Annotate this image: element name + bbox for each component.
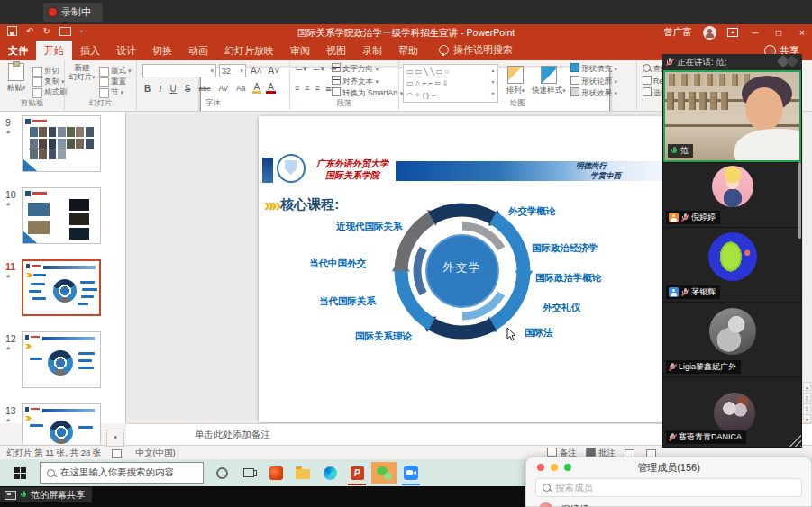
thumbnail-slide-11-selected[interactable]: 11 ★ [0,259,125,319]
screen-share-chip[interactable]: 范的屏幕共享 [0,487,92,502]
slide-number: 12 [5,333,16,344]
powerpoint-app-button[interactable]: P [344,462,370,484]
taskbar-search-input[interactable]: 在这里输入你要搜索的内容 [40,462,204,484]
tab-transitions[interactable]: 切换 [144,41,180,60]
grow-font-button[interactable]: A˄ [249,66,264,76]
account-avatar[interactable] [703,26,716,40]
font-name-combo[interactable]: ▾ [142,64,216,77]
numbering-button[interactable]: ≕▾ [313,64,325,73]
align-right-button[interactable]: ≡ [315,84,320,93]
member-list-item[interactable]: 倪婷婷 [539,502,589,507]
participants-scrollbar[interactable] [798,162,801,239]
group-label-drawing: 绘图 [399,98,636,109]
tab-insert[interactable]: 插入 [72,41,108,60]
university-logo [277,154,306,183]
role-badge-icon [669,213,679,222]
participant-name-chip: 范 [668,144,693,158]
strikethrough-button[interactable]: S [183,84,193,94]
font-size-combo[interactable]: 32▾ [219,64,246,77]
scroll-up-icon[interactable]: ▴ [803,382,811,391]
participant-name-chip: Ligia黎鑫妮广外 [666,360,741,374]
shape-fill-button[interactable]: 形状填充 ▾ [570,63,617,76]
align-center-button[interactable]: ≡ [305,84,309,93]
shrink-font-button[interactable]: A˅ [267,66,282,76]
copy-button[interactable]: 复制▾ [32,77,68,87]
file-explorer-button[interactable] [290,462,315,484]
tab-slideshow[interactable]: 幻灯片放映 [216,41,282,60]
tab-view[interactable]: 视图 [318,41,354,60]
edge-icon [324,466,337,480]
office-app-button[interactable] [263,462,288,484]
abc-button[interactable]: abc [196,85,212,93]
recording-badge[interactable]: 录制中 [43,3,103,22]
thumbnail-slide-9[interactable]: 9 ★ [0,115,125,175]
tab-animations[interactable]: 动画 [180,41,216,60]
start-button[interactable] [0,459,40,486]
tab-review[interactable]: 审阅 [282,41,318,60]
quick-styles-button[interactable]: 快速样式▾ [531,66,567,95]
thumbnail-slide-10[interactable]: 10 ★ [0,187,125,247]
participant-tile-ligia[interactable]: Ligia黎鑫妮广外 [663,303,801,376]
slide-number: 9 [5,117,11,128]
change-case-button[interactable]: Aa [234,84,247,93]
search-icon [47,469,55,477]
bold-button[interactable]: B [142,84,152,94]
minimize-button[interactable]: ─ [749,28,762,38]
new-slide-button[interactable]: 新建 幻灯片▾ [68,63,96,82]
tab-home[interactable]: 开始 [36,41,72,60]
display-settings-icon[interactable] [112,449,122,458]
paste-button[interactable]: 粘贴▾ [4,63,29,93]
participant-avatar [714,393,755,434]
language-status[interactable]: 中文(中国) [135,448,175,459]
scroll-down-icon[interactable]: ▾ [803,414,811,423]
reset-button[interactable]: 重置 [99,77,132,87]
course-label: 国际政治经济学 [532,242,598,255]
section-button[interactable]: 节▾ [99,87,132,98]
format-painter-button[interactable]: 格式刷 [32,87,68,98]
align-left-button[interactable]: ≡ [295,84,299,93]
account-name[interactable]: 曾广富 [664,26,693,39]
previous-slide-icon[interactable]: ≡ [803,393,811,402]
restore-button[interactable]: □ [772,28,785,38]
close-button[interactable]: × [796,28,808,38]
slide-editing-area[interactable]: 广东外语外贸大学 国际关系学院 明德尚行 学贯中西 »» 核心课程: [259,116,667,422]
shape-gallery[interactable]: ▭▭╲╲▭○▭△⌐⌐⇦⇩◠✧{}⌣ ▴▾▾ [403,64,498,103]
underline-button[interactable]: U [169,84,178,94]
participant-tile-maoyinhui[interactable]: 茅银辉 [663,228,801,302]
italic-button[interactable]: I [157,84,163,94]
text-direction-button[interactable]: 文字方向 ▾ [332,63,403,76]
participant-tile-danica[interactable]: 塞语青青DANICA [663,377,801,447]
ribbon-display-options-icon[interactable] [727,28,738,37]
char-spacing-button[interactable]: AV [216,84,230,93]
member-search-input[interactable]: 搜索成员 [535,478,802,497]
member-search-placeholder: 搜索成员 [555,482,593,494]
highlight-color-button[interactable]: A [252,83,262,94]
task-view-button[interactable] [236,462,261,484]
edge-browser-button[interactable] [317,462,342,484]
ppt-active-indicator [348,484,366,485]
arrange-button[interactable]: 排列▾ [502,66,529,95]
tab-help[interactable]: 帮助 [390,41,426,60]
thumbnail-scroll-down-button[interactable]: ▾ [106,430,124,447]
cortana-button[interactable] [209,462,234,484]
participant-tile-nitingting[interactable]: 倪婷婷 [663,163,801,227]
meeting-app-button[interactable] [398,462,424,484]
bullets-button[interactable]: ≔▾ [295,64,307,73]
shape-outline-button[interactable]: 形状轮廓 ▾ [570,76,617,88]
panel-resize-handle[interactable] [787,434,801,447]
tab-record[interactable]: 录制 [354,41,390,60]
font-color-button[interactable]: A [266,83,276,94]
tab-design[interactable]: 设计 [108,41,144,60]
cut-button[interactable]: 剪切 [32,66,68,77]
tab-file[interactable]: 文件 [0,41,36,60]
layout-button[interactable]: 版式▾ [99,66,132,77]
tell-me-search[interactable]: 操作说明搜索 [439,43,513,60]
meeting-speaking-bar: 正在讲话: 范; [662,54,802,70]
thumbnail-slide-12[interactable]: 12 ★ [0,331,125,391]
speaking-label: 正在讲话: 范; [677,57,726,68]
align-text-button[interactable]: 对齐文本 ▾ [332,76,403,88]
canvas-scrollbar[interactable]: ▴ ≡ ≡ ▾ [802,113,811,420]
participant-tile-fan[interactable]: 范 [663,70,801,162]
next-slide-icon[interactable]: ≡ [803,403,811,412]
wechat-app-button[interactable] [371,462,397,484]
